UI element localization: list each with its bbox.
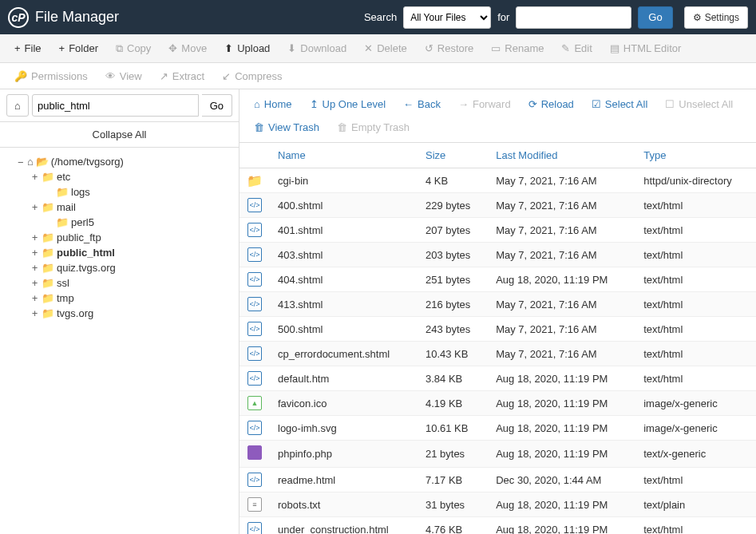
file-size-cell: 207 bytes xyxy=(418,218,488,243)
move-button: ✥Move xyxy=(160,38,215,58)
expand-icon[interactable]: + xyxy=(30,232,39,243)
toolbar-label: Compress xyxy=(235,70,282,82)
file-name-cell: 500.shtml xyxy=(270,317,418,342)
tree-label: tmp xyxy=(57,292,74,304)
expand-icon[interactable]: + xyxy=(30,308,39,319)
toolbar-label: Move xyxy=(181,42,207,54)
table-row[interactable]: ▲favicon.ico4.19 KBAug 18, 2020, 11:19 P… xyxy=(239,391,756,416)
expand-icon[interactable]: + xyxy=(30,278,39,289)
tree-node-mail[interactable]: +📁mail xyxy=(3,200,236,215)
tree-node-ssl[interactable]: +📁ssl xyxy=(3,275,236,291)
select-all-button[interactable]: ☑Select All xyxy=(584,94,655,114)
file-modified-cell: Aug 18, 2020, 11:19 PM xyxy=(488,441,635,468)
toolbar-label: Upload xyxy=(237,42,270,54)
table-row[interactable]: </>cp_errordocument.shtml10.43 KBMay 7, … xyxy=(239,342,756,366)
table-row[interactable]: </>401.shtml207 bytesMay 7, 2021, 7:16 A… xyxy=(239,218,756,243)
tree-label: etc xyxy=(57,171,70,183)
name-column-header[interactable]: Name xyxy=(270,143,418,168)
path-go-button[interactable]: Go xyxy=(202,94,232,117)
main-toolbar: +File+Folder⧉Copy✥Move⬆Upload⬇Download✕D… xyxy=(0,34,756,63)
file-type-cell: text/html xyxy=(635,317,756,342)
tree-node-quiztvgsorg[interactable]: +📁quiz.tvgs.org xyxy=(3,260,236,275)
back-button[interactable]: ←Back xyxy=(395,94,449,114)
table-row[interactable]: 📁cgi-bin4 KBMay 7, 2021, 7:16 AMhttpd/un… xyxy=(239,168,756,193)
file-type-cell: text/html xyxy=(635,366,756,391)
tree-node-publicftp[interactable]: +📁public_ftp xyxy=(3,230,236,245)
tree-label: public_ftp xyxy=(57,231,101,243)
text-file-icon: ≡ xyxy=(247,497,262,512)
file-modified-cell: Aug 18, 2020, 11:19 PM xyxy=(488,492,635,517)
folder-icon: 📁 xyxy=(42,171,54,183)
secondary-toolbar: 🔑Permissions👁View↗Extract↙Compress xyxy=(0,63,756,89)
file-icon-cell: ▲ xyxy=(239,391,270,416)
extract-icon: ↗ xyxy=(160,70,168,82)
file-type-cell: httpd/unix-directory xyxy=(635,168,756,193)
tree-node-perl5[interactable]: 📁perl5 xyxy=(3,215,236,230)
tree-node-logs[interactable]: 📁logs xyxy=(3,184,236,200)
new-folder-button[interactable]: +Folder xyxy=(51,38,106,58)
action-label: Empty Trash xyxy=(351,121,410,133)
permissions-icon: 🔑 xyxy=(14,70,27,82)
up-one-level-button[interactable]: ↥Up One Level xyxy=(302,94,394,114)
search-input[interactable] xyxy=(516,6,631,29)
table-row[interactable]: </>logo-imh.svg10.61 KBAug 18, 2020, 11:… xyxy=(239,416,756,441)
file-type-cell: text/html xyxy=(635,267,756,292)
toolbar-label: Edit xyxy=(574,42,592,54)
code-file-icon: </> xyxy=(247,322,262,336)
table-row[interactable]: phpinfo.php21 bytesAug 18, 2020, 11:19 P… xyxy=(239,441,756,468)
search-scope-select[interactable]: All Your Files xyxy=(403,6,491,29)
size-column-header[interactable]: Size xyxy=(418,143,488,168)
html-editor-button: ▤HTML Editor xyxy=(602,38,689,58)
table-row[interactable]: </>readme.html7.17 KBDec 30, 2020, 1:44 … xyxy=(239,468,756,492)
expand-icon[interactable]: + xyxy=(30,247,39,259)
tree-node-hometvgsorg[interactable]: −⌂📂(/home/tvgsorg) xyxy=(3,154,236,169)
table-row[interactable]: </>default.htm3.84 KBAug 18, 2020, 11:19… xyxy=(239,366,756,391)
search-go-button[interactable]: Go xyxy=(638,6,672,29)
path-bar: ⌂ Go xyxy=(0,89,239,122)
table-row[interactable]: ≡robots.txt31 bytesAug 18, 2020, 11:19 P… xyxy=(239,492,756,517)
home-button[interactable]: ⌂Home xyxy=(246,94,300,114)
file-name-cell: 400.shtml xyxy=(270,193,418,218)
file-type-cell: text/x-generic xyxy=(635,441,756,468)
view-trash-button[interactable]: 🗑View Trash xyxy=(246,117,327,137)
tree-node-etc[interactable]: +📁etc xyxy=(3,169,236,184)
reload-button[interactable]: ⟳Reload xyxy=(520,94,582,114)
table-row[interactable]: </>400.shtml229 bytesMay 7, 2021, 7:16 A… xyxy=(239,193,756,218)
table-row[interactable]: </>403.shtml203 bytesMay 7, 2021, 7:16 A… xyxy=(239,243,756,267)
tree-node-tmp[interactable]: +📁tmp xyxy=(3,291,236,306)
tree-node-tvgsorg[interactable]: +📁tvgs.org xyxy=(3,306,236,321)
file-type-cell: image/x-generic xyxy=(635,416,756,441)
expand-icon[interactable]: − xyxy=(16,156,25,168)
file-icon-cell: </> xyxy=(239,517,270,535)
type-column-header[interactable]: Type xyxy=(635,143,756,168)
expand-icon[interactable]: + xyxy=(30,263,39,274)
folder-icon: 📁 xyxy=(42,307,54,319)
icon-column-header[interactable] xyxy=(239,143,270,168)
table-row[interactable]: </>404.shtml251 bytesAug 18, 2020, 11:19… xyxy=(239,267,756,292)
folder-icon: 📁 xyxy=(247,173,262,188)
path-input[interactable] xyxy=(32,94,199,117)
table-row[interactable]: </>under_construction.html4.76 KBAug 18,… xyxy=(239,517,756,535)
home-icon-button[interactable]: ⌂ xyxy=(6,94,29,117)
file-modified-cell: May 7, 2021, 7:16 AM xyxy=(488,193,635,218)
empty-trash-icon: 🗑 xyxy=(337,121,347,133)
compress-icon: ↙ xyxy=(222,70,231,82)
settings-button[interactable]: ⚙ Settings xyxy=(684,6,748,29)
new-file-button[interactable]: +File xyxy=(6,38,49,58)
folder-icon: 📁 xyxy=(56,186,69,198)
expand-icon[interactable]: + xyxy=(30,202,39,213)
tree-node-publichtml[interactable]: +📁public_html xyxy=(3,245,236,260)
file-modified-cell: Aug 18, 2020, 11:19 PM xyxy=(488,267,635,292)
file-modified-cell: Aug 18, 2020, 11:19 PM xyxy=(488,416,635,441)
expand-icon[interactable]: + xyxy=(30,293,39,304)
collapse-all-button[interactable]: Collapse All xyxy=(0,122,239,148)
table-row[interactable]: </>500.shtml243 bytesMay 7, 2021, 7:16 A… xyxy=(239,317,756,342)
modified-column-header[interactable]: Last Modified xyxy=(488,143,635,168)
table-row[interactable]: </>413.shtml216 bytesMay 7, 2021, 7:16 A… xyxy=(239,292,756,317)
tree-label: quiz.tvgs.org xyxy=(57,262,116,274)
copy-button: ⧉Copy xyxy=(108,38,159,59)
file-name-cell: logo-imh.svg xyxy=(270,416,418,441)
logo: cP File Manager xyxy=(8,7,119,28)
expand-icon[interactable]: + xyxy=(30,172,39,183)
upload-button[interactable]: ⬆Upload xyxy=(216,38,278,58)
